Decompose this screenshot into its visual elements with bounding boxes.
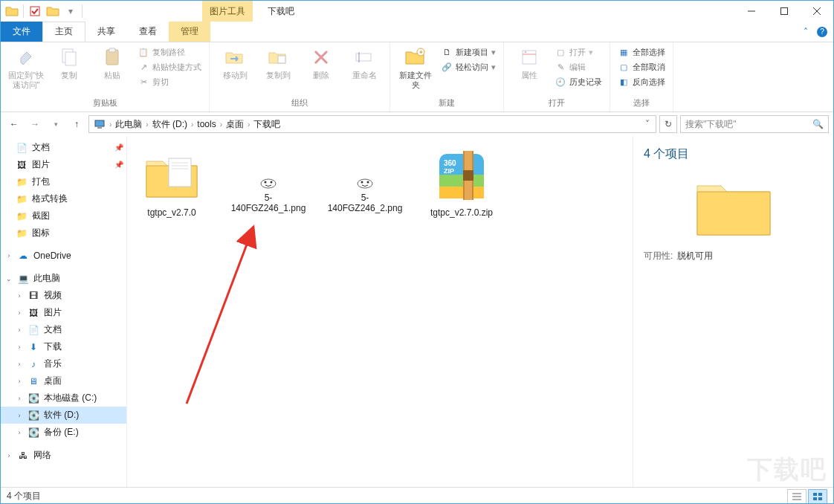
file-name: 5-140FGZ246_2.png [328,193,403,213]
svg-point-20 [261,179,276,188]
nav-item-music[interactable]: ›♪音乐 [1,355,126,372]
tab-share[interactable]: 共享 [85,22,127,42]
new-item-icon: 🗋 [441,46,453,58]
picture-icon: 🖼 [28,307,39,319]
path-icon: 📋 [138,46,149,58]
new-item-button[interactable]: 🗋新建项目▾ [438,45,499,59]
window-title: 下载吧 [253,1,735,22]
nav-item-documents[interactable]: 📄文档📌 [1,139,126,156]
select-all-button[interactable]: ▦全部选择 [615,45,668,59]
tab-view[interactable]: 查看 [127,22,169,42]
forward-button[interactable]: → [26,115,44,133]
breadcrumb-dropdown-icon[interactable]: ˅ [641,119,654,129]
nav-item-drive-c[interactable]: ›💽本地磁盘 (C:) [1,390,126,407]
view-icons-button[interactable] [808,489,827,504]
tab-manage[interactable]: 管理 [169,22,210,42]
nav-item-downloads[interactable]: ›⬇下载 [1,338,126,355]
folder-icon: 📁 [16,193,28,205]
breadcrumb-folder1[interactable]: tools [194,119,219,129]
group-label-new: 新建 [395,96,499,112]
copy-button[interactable]: 复制 [48,44,90,82]
nav-item-drive-d[interactable]: ›💽软件 (D:) [1,407,126,424]
breadcrumb-pc-icon[interactable] [91,119,109,129]
delete-icon [309,45,333,69]
nav-item-docs2[interactable]: ›📄文档 [1,321,126,338]
back-button[interactable]: ← [5,115,23,133]
breadcrumb-drive[interactable]: 软件 (D:) [149,118,190,131]
nav-item-pack[interactable]: 📁打包 [1,173,126,190]
select-none-button[interactable]: ▢全部取消 [615,60,668,74]
breadcrumb-root[interactable]: 此电脑 [112,118,145,131]
quick-access-toolbar: ▾ [1,1,87,22]
properties-button[interactable]: 属性 [508,44,550,82]
search-box[interactable]: 搜索"下载吧" 🔍 [680,115,829,133]
recent-locations-button[interactable]: ▾ [47,115,65,133]
help-icon[interactable]: ? [817,27,827,37]
ribbon-collapse-icon[interactable]: ˄ [804,27,808,37]
refresh-button[interactable]: ↻ [659,115,677,133]
nav-item-thispc[interactable]: ⌄💻此电脑 [1,270,126,287]
nav-item-onedrive[interactable]: ›☁OneDrive [1,248,126,264]
breadcrumb-folder3[interactable]: 下载吧 [250,118,283,131]
cut-button[interactable]: ✂剪切 [135,75,204,88]
paste-button[interactable]: 粘贴 [91,44,133,82]
select-none-icon: ▢ [618,61,630,73]
edit-button[interactable]: ✎编辑 [552,60,605,74]
qat-folder-icon[interactable] [45,3,61,19]
nav-item-format[interactable]: 📁格式转换 [1,190,126,207]
breadcrumb[interactable]: › 此电脑› 软件 (D:)› tools› 桌面› 下载吧 ˅ [88,115,656,133]
nav-item-drive-e[interactable]: ›💽备份 (E:) [1,424,126,441]
invert-selection-button[interactable]: ◧反向选择 [615,75,668,88]
copy-path-button[interactable]: 📋复制路径 [135,45,204,59]
svg-line-34 [187,227,253,404]
group-organize: 移动到 复制到 删除 重命名 组织 [210,42,390,112]
breadcrumb-folder2[interactable]: 桌面 [223,118,247,131]
minimize-button[interactable] [735,1,768,22]
move-to-button[interactable]: 移动到 [214,44,256,82]
view-details-button[interactable] [787,489,806,504]
status-item-count: 4 个项目 [7,490,41,503]
folder-icon[interactable] [4,3,20,19]
rename-button[interactable]: 重命名 [343,44,385,82]
file-list[interactable]: tgtpc_v2.7.0 5-140FGZ246_1.png 5-140FGZ2… [127,136,633,487]
copy-icon [57,45,81,69]
tab-home[interactable]: 主页 [42,22,85,42]
qat-overflow-icon[interactable]: ▾ [62,3,79,19]
details-availability: 可用性:脱机可用 [644,250,823,262]
svg-text:360: 360 [444,159,456,167]
group-open: 属性 ▢打开▾ ✎编辑 🕘历史记录 打开 [504,42,610,112]
delete-button[interactable]: 删除 [300,44,342,82]
navigation-pane[interactable]: 📄文档📌 🖼图片📌 📁打包 📁格式转换 📁截图 📁图标 ›☁OneDrive ⌄… [1,136,127,487]
edit-icon: ✎ [555,61,566,73]
close-button[interactable] [801,1,833,22]
image-thumb-icon [239,146,298,191]
nav-item-pictures2[interactable]: ›🖼图片 [1,304,126,321]
nav-item-pictures[interactable]: 🖼图片📌 [1,156,126,173]
pin-button[interactable]: 固定到"快速访问" [5,44,47,91]
history-button[interactable]: 🕘历史记录 [552,75,605,88]
nav-item-screenshot[interactable]: 📁截图 [1,207,126,224]
nav-item-icons[interactable]: 📁图标 [1,224,126,242]
search-placeholder: 搜索"下载吧" [685,118,812,131]
file-item-folder[interactable]: tgtpc_v2.7.0 [135,146,209,218]
select-all-icon: ▦ [618,46,630,58]
nav-item-network[interactable]: ›🖧网络 [1,447,126,464]
tab-file[interactable]: 文件 [1,22,42,42]
svg-rect-31 [463,170,473,181]
svg-rect-41 [818,497,822,500]
file-item-zip[interactable]: 360 ZIP tgtpc_v2.7.0.zip [424,146,499,218]
drive-icon: 💽 [28,410,39,421]
open-button[interactable]: ▢打开▾ [552,45,605,59]
nav-item-video[interactable]: ›🎞视频 [1,287,126,304]
pc-icon: 💻 [17,273,29,285]
up-button[interactable]: ↑ [68,115,85,133]
file-item-png1[interactable]: 5-140FGZ246_1.png [231,146,306,213]
easy-access-button[interactable]: 🔗轻松访问▾ [438,60,499,74]
copy-to-button[interactable]: 复制到 [257,44,299,82]
paste-shortcut-button[interactable]: ↗粘贴快捷方式 [135,60,204,74]
qat-checkbox-icon[interactable] [27,3,43,19]
new-folder-button[interactable]: ✦新建文件夹 [395,44,436,91]
file-item-png2[interactable]: 5-140FGZ246_2.png [328,146,402,213]
maximize-button[interactable] [768,1,801,22]
nav-item-desktop[interactable]: ›🖥桌面 [1,372,126,390]
